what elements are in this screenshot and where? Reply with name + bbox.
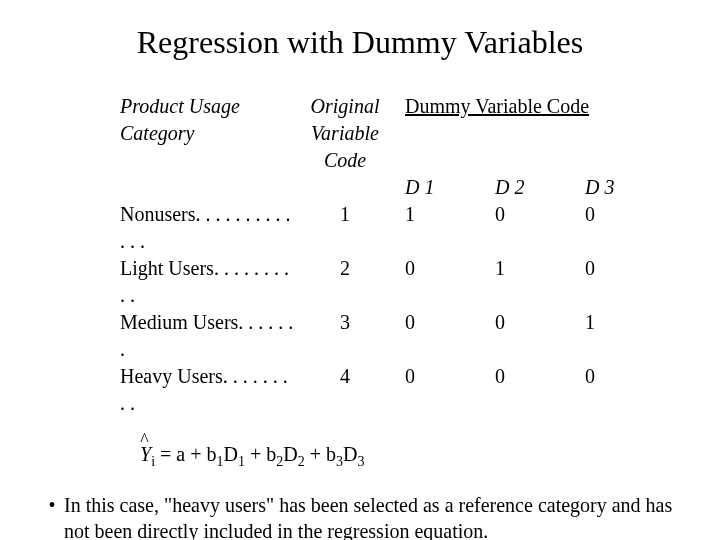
- cell-category: Medium Users. . . . . . .: [120, 309, 295, 363]
- table-row: Medium Users. . . . . . . 3 0 0 1: [120, 309, 720, 363]
- y-hat-symbol: ^Y: [140, 443, 151, 466]
- header-d1: D 1: [395, 174, 485, 201]
- cell-original: 2: [295, 255, 395, 309]
- table-row: Nonusers. . . . . . . . . . . . . 1 1 0 …: [120, 201, 720, 255]
- header-original: Original Variable Code: [295, 93, 395, 174]
- cell-d1: 1: [395, 201, 485, 255]
- bullet-list: • In this case, "heavy users" has been s…: [40, 492, 680, 540]
- cell-d3: 0: [575, 363, 665, 417]
- bullet-icon: •: [40, 492, 64, 540]
- cell-category: Nonusers. . . . . . . . . . . . .: [120, 201, 295, 255]
- bullet-item: • In this case, "heavy users" has been s…: [40, 492, 680, 540]
- cell-category: Heavy Users. . . . . . . . .: [120, 363, 295, 417]
- table-row: Light Users. . . . . . . . . . 2 0 1 0: [120, 255, 720, 309]
- cell-d3: 1: [575, 309, 665, 363]
- bullet-text: In this case, "heavy users" has been sel…: [64, 492, 680, 540]
- cell-d3: 0: [575, 255, 665, 309]
- slide-title: Regression with Dummy Variables: [0, 0, 720, 61]
- header-d2: D 2: [485, 174, 575, 201]
- cell-d2: 0: [485, 363, 575, 417]
- cell-d2: 0: [485, 309, 575, 363]
- header-d3: D 3: [575, 174, 665, 201]
- hat-icon: ^: [446, 537, 454, 541]
- cell-original: 4: [295, 363, 395, 417]
- cell-d2: 1: [485, 255, 575, 309]
- cell-original: 1: [295, 201, 395, 255]
- cell-original: 3: [295, 309, 395, 363]
- cell-d1: 0: [395, 255, 485, 309]
- cell-d2: 0: [485, 201, 575, 255]
- cell-category: Light Users. . . . . . . . . .: [120, 255, 295, 309]
- hat-icon: ^: [140, 430, 148, 451]
- header-category: Product Usage Category: [120, 93, 295, 174]
- dummy-coding-table: Product Usage Category Original Variable…: [120, 93, 720, 417]
- cell-d1: 0: [395, 309, 485, 363]
- cell-d3: 0: [575, 201, 665, 255]
- regression-equation: ^Y i = a + b1D1 + b2D2 + b3D3: [140, 443, 720, 470]
- cell-d1: 0: [395, 363, 485, 417]
- header-dummy-span: Dummy Variable Code: [395, 93, 665, 174]
- table-row: Heavy Users. . . . . . . . . 4 0 0 0: [120, 363, 720, 417]
